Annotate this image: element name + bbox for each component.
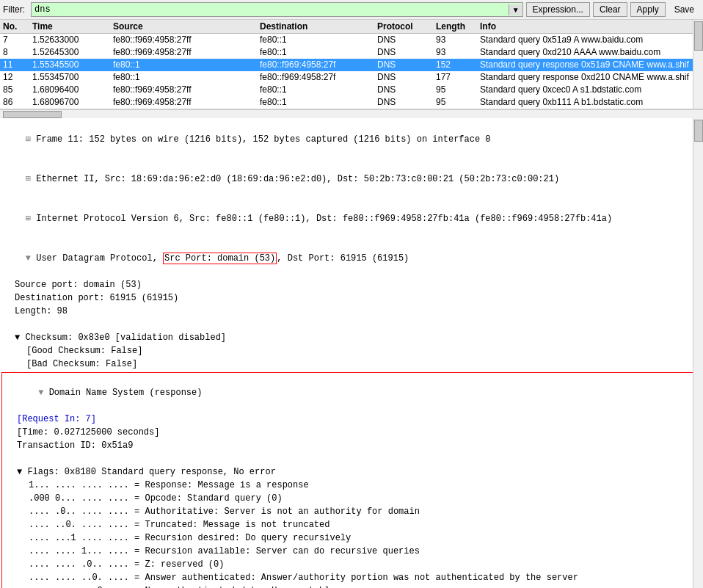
expand-icon: ⊞ [26,134,31,145]
table-row[interactable]: 85 1.68096400 fe80::f969:4958:27ff fe80:… [0,84,703,96]
cell-length: 95 [436,97,480,107]
hscrollbar[interactable] [0,109,703,118]
dns-section-label: Domain Name System (response) [49,388,203,398]
cell-length: 152 [436,59,480,70]
cell-length: 93 [436,35,480,45]
cell-no: 8 [3,47,32,57]
cell-protocol: DNS [377,59,436,70]
expression-button[interactable]: Expression... [526,2,590,17]
cell-time: 1.55345500 [32,59,113,70]
detail-pane: ⊞ Frame 11: 152 bytes on wire (1216 bits… [0,118,703,588]
packet-list: No. Time Source Destination Protocol Len… [0,20,703,109]
col-no: No. [3,21,32,32]
filter-input-wrapper: ▼ [31,2,523,17]
col-time: Time [32,21,113,32]
cell-info: Standard query response 0xd210 CNAME www… [480,72,700,82]
cell-protocol: DNS [377,35,436,45]
detail-vscrollbar[interactable] [693,118,703,588]
cell-no: 12 [3,72,32,82]
cell-protocol: DNS [377,84,436,95]
cell-destination: fe80::f969:4958:27f [260,72,377,82]
table-row[interactable]: 7 1.52633000 fe80::f969:4958:27ff fe80::… [0,34,703,46]
col-length: Length [436,21,480,32]
dns-section-box: ▼ Domain Name System (response) [Request… [1,372,702,588]
frame-detail-text: Frame 11: 152 bytes on wire (1216 bits),… [36,134,490,145]
filter-bar: Filter: ▼ Expression... Clear Apply Save [0,0,703,20]
cell-destination: fe80::1 [260,84,377,95]
udp-src-port-highlight: Src Port: domain (53) [163,253,277,264]
col-info: Info [480,21,700,32]
col-destination: Destination [260,21,377,32]
col-protocol: Protocol [377,21,436,32]
expand-icon: ▼ [26,253,31,264]
apply-button[interactable]: Apply [630,2,666,17]
filter-label: Filter: [3,4,25,15]
expand-icon: ⊞ [26,214,31,224]
cell-info: Standard query 0xd210 AAAA www.baidu.com [480,47,700,57]
cell-source: fe80::f969:4958:27ff [113,97,260,107]
frame-detail-row[interactable]: ⊞ Frame 11: 152 bytes on wire (1216 bits… [0,120,703,159]
cell-time: 1.68096400 [32,84,113,95]
dns-flag-2: .000 0... .... .... = Opcode: Standard q… [2,492,701,505]
udp-dst-port-line: Destination port: 61915 (61915) [0,291,703,305]
udp-src-port-line: Source port: domain (53) [0,278,703,291]
packet-list-header: No. Time Source Destination Protocol Len… [0,20,703,34]
table-row[interactable]: 12 1.55345700 fe80::1 fe80::f969:4958:27… [0,71,703,84]
cell-info: Standard query 0x51a9 A www.baidu.com [480,35,700,45]
cell-length: 93 [436,47,480,57]
cell-no: 85 [3,84,32,95]
cell-destination: fe80::f969:4958:27f [260,59,377,70]
cell-time: 1.52633000 [32,35,113,45]
clear-button[interactable]: Clear [593,2,627,17]
filter-input[interactable] [32,3,509,16]
cell-destination: fe80::1 [260,35,377,45]
cell-no: 11 [3,59,32,70]
dns-flags-row[interactable]: ▼ Flags: 0x8180 Standard query response,… [2,465,701,479]
udp-rest: , Dst Port: 61915 (61915) [277,253,409,264]
cell-source: fe80::f969:4958:27ff [113,47,260,57]
vscrollbar-thumb[interactable] [694,21,703,51]
hscrollbar-thumb[interactable] [3,111,62,118]
cell-source: fe80::1 [113,72,260,82]
dns-request-in: [Request In: 7] [2,413,701,426]
cell-destination: fe80::1 [260,97,377,107]
udp-blank [0,318,703,331]
filter-dropdown-button[interactable]: ▼ [509,4,522,15]
ip-detail-row[interactable]: ⊞ Internet Protocol Version 6, Src: fe80… [0,199,703,239]
expand-icon: ▼ [38,388,43,398]
cell-time: 1.52645300 [32,47,113,57]
save-button[interactable]: Save [669,3,700,16]
dns-flag-3: .... .0.. .... .... = Authoritative: Ser… [2,505,701,518]
expand-icon: ⊞ [26,174,31,184]
dns-blank [2,452,701,465]
detail-vscrollbar-thumb[interactable] [694,120,703,142]
dns-flag-6: .... .... 1... .... = Recursion availabl… [2,545,701,558]
table-row[interactable]: 8 1.52645300 fe80::f969:4958:27ff fe80::… [0,46,703,59]
cell-info: Standard query response 0x51a9 CNAME www… [480,59,700,70]
ethernet-detail-row[interactable]: ⊞ Ethernet II, Src: 18:69:da:96:e2:d0 (1… [0,159,703,199]
dns-flag-8: .... .... ..0. .... = Answer authenticat… [2,571,701,584]
cell-time: 1.55345700 [32,72,113,82]
vscrollbar[interactable] [693,20,703,109]
udp-bad-checksum: [Bad Checksum: False] [0,357,703,371]
table-row[interactable]: 86 1.68096700 fe80::f969:4958:27ff fe80:… [0,96,703,109]
udp-good-checksum: [Good Checksum: False] [0,344,703,357]
cell-info: Standard query 0xcec0 A s1.bdstatic.com [480,84,700,95]
cell-protocol: DNS [377,72,436,82]
cell-length: 95 [436,84,480,95]
dns-flag-7: .... .... .0.. .... = Z: reserved (0) [2,558,701,571]
table-row[interactable]: 11 1.55345500 fe80::1 fe80::f969:4958:27… [0,59,703,71]
cell-source: fe80::f969:4958:27ff [113,35,260,45]
ip-detail-text: Internet Protocol Version 6, Src: fe80::… [36,214,612,224]
dns-section-header[interactable]: ▼ Domain Name System (response) [2,373,701,413]
cell-source: fe80::f969:4958:27ff [113,84,260,95]
cell-no: 7 [3,35,32,45]
cell-destination: fe80::1 [260,47,377,57]
udp-label: User Datagram Protocol, [36,253,163,264]
udp-checksum-row[interactable]: ▼ Checksum: 0x83e0 [validation disabled] [0,331,703,344]
cell-protocol: DNS [377,97,436,107]
udp-detail-row[interactable]: ▼ User Datagram Protocol, Src Port: doma… [0,239,703,278]
cell-time: 1.68096700 [32,97,113,107]
cell-info: Standard query 0xb111 A b1.bdstatic.com [480,97,700,107]
dns-time: [Time: 0.027125000 seconds] [2,426,701,439]
